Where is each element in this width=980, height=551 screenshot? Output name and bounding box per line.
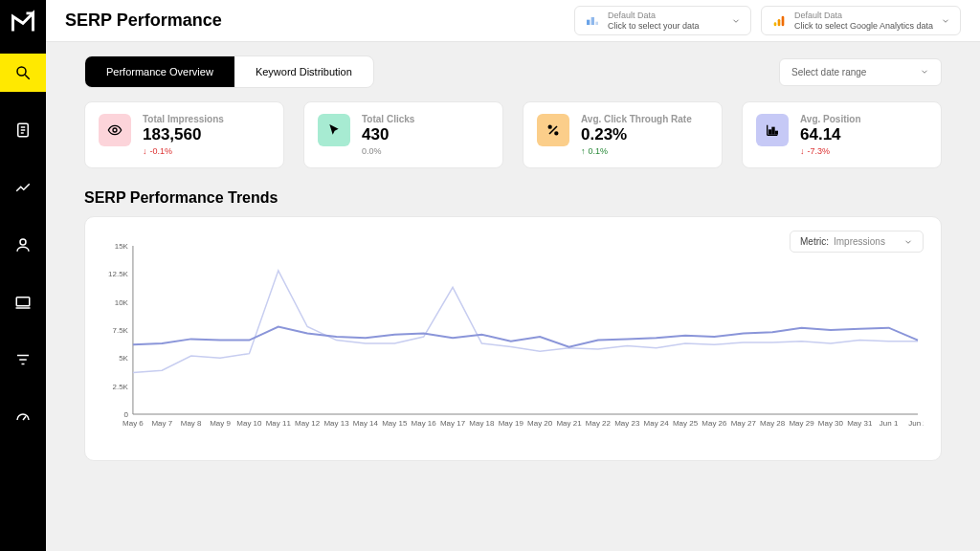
kpi-delta: 0.0% [362, 146, 414, 156]
chevron-down-icon [920, 67, 929, 77]
svg-rect-16 [774, 22, 777, 26]
arrow-down-icon: ↓ [143, 146, 147, 156]
svg-text:May 19: May 19 [499, 419, 524, 428]
ga-sub: Click to select Google Analytics data [794, 21, 933, 32]
nav-filter[interactable] [0, 341, 46, 379]
percent-icon [537, 114, 569, 146]
svg-text:May 13: May 13 [323, 419, 349, 428]
svg-text:May 11: May 11 [266, 419, 292, 428]
svg-line-12 [23, 416, 26, 420]
chevron-down-icon [941, 16, 950, 26]
kpi-delta: ↓-7.3% [800, 146, 861, 156]
gsc-icon [585, 13, 600, 29]
ga-icon [771, 13, 787, 29]
svg-rect-7 [16, 298, 30, 306]
svg-text:May 23: May 23 [614, 419, 640, 428]
svg-rect-14 [591, 17, 594, 25]
kpi-impressions: Total Impressions 183,560 ↓-0.1% [84, 101, 284, 168]
kpi-row: Total Impressions 183,560 ↓-0.1% Total C… [84, 101, 942, 168]
gsc-data-selector[interactable]: Default Data Click to select your data [574, 6, 751, 36]
svg-text:10K: 10K [115, 298, 129, 307]
svg-text:May 12: May 12 [295, 419, 321, 428]
kpi-value: 430 [362, 125, 414, 144]
svg-text:7.5K: 7.5K [113, 326, 129, 335]
svg-text:2.5K: 2.5K [113, 383, 129, 391]
kpi-position: Avg. Position 64.14 ↓-7.3% [742, 101, 942, 168]
svg-text:5K: 5K [119, 354, 128, 363]
arrow-down-icon: ↓ [800, 146, 805, 156]
nav-search[interactable] [0, 54, 46, 92]
kpi-label: Avg. Click Through Rate [581, 114, 692, 124]
svg-text:May 27: May 27 [731, 419, 757, 428]
svg-text:May 20: May 20 [527, 419, 553, 428]
chart-section-title: SERP Performance Trends [84, 189, 942, 207]
svg-text:May 6: May 6 [122, 419, 144, 428]
svg-text:May 7: May 7 [151, 419, 172, 428]
svg-text:0: 0 [123, 410, 128, 419]
svg-text:May 17: May 17 [440, 419, 466, 428]
svg-text:May 21: May 21 [556, 419, 582, 428]
svg-text:May 24: May 24 [644, 419, 670, 428]
date-range-placeholder: Select date range [791, 67, 912, 77]
svg-text:May 31: May 31 [847, 419, 873, 428]
main: SERP Performance Default Data Click to s… [46, 0, 980, 551]
nav-trends[interactable] [0, 168, 46, 207]
svg-point-19 [113, 128, 117, 132]
svg-text:May 22: May 22 [586, 419, 612, 428]
kpi-ctr: Avg. Click Through Rate 0.23% ↑0.1% [523, 101, 723, 168]
svg-text:May 26: May 26 [702, 419, 727, 428]
svg-rect-13 [587, 19, 590, 24]
tabs: Performance Overview Keyword Distributio… [84, 55, 374, 88]
svg-text:May 28: May 28 [760, 419, 786, 428]
arrow-up-icon: ↑ [581, 146, 586, 156]
eye-icon [99, 114, 131, 146]
nav-speed[interactable] [0, 398, 46, 436]
cursor-icon [318, 114, 350, 146]
svg-text:May 18: May 18 [469, 419, 495, 428]
kpi-value: 183,560 [143, 125, 224, 144]
nav-document[interactable] [0, 111, 46, 149]
svg-line-1 [25, 75, 30, 79]
nav-user[interactable] [0, 226, 46, 264]
line-chart: 02.5K5K7.5K10K12.5K15KMay 6May 7May 8May… [102, 240, 924, 431]
svg-text:12.5K: 12.5K [108, 270, 129, 278]
kpi-delta: ↓-0.1% [143, 146, 224, 156]
svg-text:May 29: May 29 [789, 419, 814, 428]
ga-data-selector[interactable]: Default Data Click to select Google Anal… [761, 6, 961, 36]
svg-text:May 10: May 10 [236, 419, 262, 428]
kpi-label: Total Clicks [362, 114, 414, 124]
svg-rect-25 [769, 130, 771, 134]
svg-point-0 [17, 67, 26, 76]
svg-rect-17 [778, 19, 781, 26]
kpi-value: 0.23% [581, 125, 692, 144]
chevron-down-icon [731, 16, 741, 26]
svg-point-22 [555, 132, 558, 135]
svg-rect-27 [775, 131, 777, 134]
tab-keyword-distribution[interactable]: Keyword Distribution [234, 56, 373, 87]
svg-text:15K: 15K [115, 242, 129, 251]
chart-icon [756, 114, 789, 146]
svg-text:May 16: May 16 [412, 419, 437, 428]
kpi-value: 64.14 [800, 125, 861, 144]
nav-device[interactable] [0, 283, 46, 321]
svg-rect-15 [595, 21, 598, 24]
svg-text:May 15: May 15 [382, 419, 408, 428]
svg-rect-18 [782, 15, 785, 26]
chart-card: Metric: Impressions 02.5K5K7.5K10K12.5K1… [84, 216, 942, 461]
ga-label: Default Data [794, 11, 933, 21]
gsc-sub: Click to select your data [608, 21, 724, 32]
kpi-clicks: Total Clicks 430 0.0% [303, 101, 503, 168]
topbar: SERP Performance Default Data Click to s… [46, 0, 980, 42]
kpi-label: Total Impressions [143, 114, 224, 124]
svg-text:Jun 2: Jun 2 [908, 419, 924, 428]
svg-text:May 8: May 8 [181, 419, 202, 428]
gsc-label: Default Data [608, 11, 724, 21]
svg-text:May 14: May 14 [353, 419, 379, 428]
svg-text:May 9: May 9 [210, 419, 231, 428]
date-range-selector[interactable]: Select date range [779, 58, 942, 86]
kpi-label: Avg. Position [800, 114, 861, 124]
tab-performance-overview[interactable]: Performance Overview [85, 56, 234, 87]
svg-rect-26 [772, 127, 774, 134]
svg-point-6 [20, 239, 26, 245]
sidebar [0, 0, 46, 551]
